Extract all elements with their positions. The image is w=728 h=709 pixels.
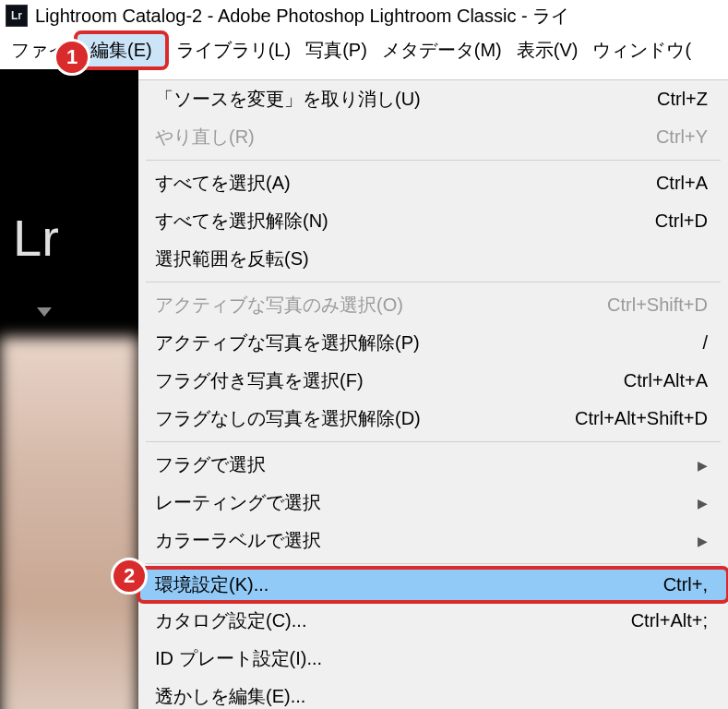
menu-preferences-label: 環境設定(K)... bbox=[155, 572, 269, 597]
menu-photo[interactable]: 写真(P) bbox=[298, 34, 375, 66]
menu-divider bbox=[146, 160, 721, 161]
menu-select-by-rating[interactable]: レーティングで選択 ▶ bbox=[138, 484, 728, 522]
edit-dropdown-menu: 「ソースを変更」を取り消し(U) Ctrl+Z やり直し(R) Ctrl+Y す… bbox=[138, 79, 728, 709]
submenu-arrow-icon: ▶ bbox=[698, 496, 708, 511]
submenu-arrow-icon: ▶ bbox=[698, 534, 708, 548]
menu-deselect-active[interactable]: アクティブな写真を選択解除(P) / bbox=[138, 324, 728, 362]
submenu-arrow-icon: ▶ bbox=[698, 458, 708, 473]
menu-select-all[interactable]: すべてを選択(A) Ctrl+A bbox=[138, 164, 728, 202]
menu-undo-shortcut: Ctrl+Z bbox=[657, 89, 708, 110]
menubar: ファイ 編集(E) ライブラリ(L) 写真(P) メタデータ(M) 表示(V) … bbox=[0, 31, 728, 68]
titlebar: Lr Lightroom Catalog-2 - Adobe Photoshop… bbox=[0, 0, 728, 31]
callout-badge-1: 1 bbox=[54, 39, 90, 76]
menu-select-active-only-label: アクティブな写真のみ選択(O) bbox=[155, 293, 403, 318]
menu-redo-label: やり直し(R) bbox=[155, 125, 255, 150]
menu-divider bbox=[146, 563, 721, 564]
menu-deselect-unflagged-shortcut: Ctrl+Alt+Shift+D bbox=[575, 408, 708, 429]
menu-catalog-settings-label: カタログ設定(C)... bbox=[155, 608, 306, 633]
menu-select-none-label: すべてを選択解除(N) bbox=[155, 209, 328, 234]
menu-select-active-only-shortcut: Ctrl+Shift+D bbox=[607, 294, 708, 316]
panel-collapse-icon[interactable] bbox=[37, 307, 52, 317]
menu-preferences[interactable]: 環境設定(K)... Ctrl+, bbox=[137, 566, 728, 604]
dark-sidebar: Lr bbox=[0, 69, 138, 709]
app-icon-text: Lr bbox=[11, 9, 22, 22]
menu-undo-label: 「ソースを変更」を取り消し(U) bbox=[155, 87, 421, 112]
menu-catalog-settings[interactable]: カタログ設定(C)... Ctrl+Alt+; bbox=[138, 602, 728, 640]
menu-divider bbox=[146, 282, 721, 282]
menu-deselect-unflagged[interactable]: フラグなしの写真を選択解除(D) Ctrl+Alt+Shift+D bbox=[138, 400, 728, 438]
menu-select-active-only: アクティブな写真のみ選択(O) Ctrl+Shift+D bbox=[138, 286, 728, 324]
menu-window[interactable]: ウィンドウ( bbox=[585, 34, 698, 66]
menu-view[interactable]: 表示(V) bbox=[509, 34, 586, 66]
menu-metadata[interactable]: メタデータ(M) bbox=[375, 34, 509, 66]
menu-select-all-shortcut: Ctrl+A bbox=[656, 173, 708, 194]
menu-deselect-active-label: アクティブな写真を選択解除(P) bbox=[155, 330, 420, 355]
menu-select-by-flag-label: フラグで選択 bbox=[155, 452, 266, 477]
menu-redo-shortcut: Ctrl+Y bbox=[656, 126, 708, 148]
menu-select-flagged[interactable]: フラグ付き写真を選択(F) Ctrl+Alt+A bbox=[138, 362, 728, 400]
menu-edit-watermarks[interactable]: 透かしを編集(E)... bbox=[138, 678, 728, 709]
menu-id-plate[interactable]: ID プレート設定(I)... bbox=[138, 640, 728, 678]
menu-library[interactable]: ライブラリ(L) bbox=[169, 34, 298, 66]
menu-preferences-shortcut: Ctrl+, bbox=[663, 574, 708, 595]
menu-redo: やり直し(R) Ctrl+Y bbox=[138, 118, 728, 156]
menu-select-by-color-label: カラーラベルで選択 bbox=[155, 528, 321, 553]
app-icon: Lr bbox=[6, 5, 28, 27]
blurred-image-area bbox=[0, 337, 138, 709]
menu-id-plate-label: ID プレート設定(I)... bbox=[155, 646, 322, 671]
menu-select-none-shortcut: Ctrl+D bbox=[655, 210, 708, 232]
menu-select-all-label: すべてを選択(A) bbox=[155, 171, 291, 196]
menu-select-by-color[interactable]: カラーラベルで選択 ▶ bbox=[138, 522, 728, 559]
menu-select-flagged-label: フラグ付き写真を選択(F) bbox=[155, 368, 364, 393]
menu-select-by-rating-label: レーティングで選択 bbox=[155, 490, 321, 515]
window-title: Lightroom Catalog-2 - Adobe Photoshop Li… bbox=[35, 4, 569, 29]
menu-select-by-flag[interactable]: フラグで選択 ▶ bbox=[138, 446, 728, 484]
menu-invert-selection[interactable]: 選択範囲を反転(S) bbox=[138, 240, 728, 278]
callout-badge-2: 2 bbox=[111, 558, 148, 595]
menu-divider bbox=[146, 441, 721, 442]
menu-select-none[interactable]: すべてを選択解除(N) Ctrl+D bbox=[138, 202, 728, 240]
menu-select-flagged-shortcut: Ctrl+Alt+A bbox=[624, 370, 708, 391]
menu-invert-selection-label: 選択範囲を反転(S) bbox=[155, 246, 309, 271]
menu-deselect-active-shortcut: / bbox=[702, 332, 708, 354]
lr-logo: Lr bbox=[13, 208, 59, 268]
menu-deselect-unflagged-label: フラグなしの写真を選択解除(D) bbox=[155, 406, 421, 431]
menu-catalog-settings-shortcut: Ctrl+Alt+; bbox=[631, 610, 708, 631]
menu-undo[interactable]: 「ソースを変更」を取り消し(U) Ctrl+Z bbox=[138, 80, 728, 118]
menu-edit-watermarks-label: 透かしを編集(E)... bbox=[155, 684, 305, 709]
